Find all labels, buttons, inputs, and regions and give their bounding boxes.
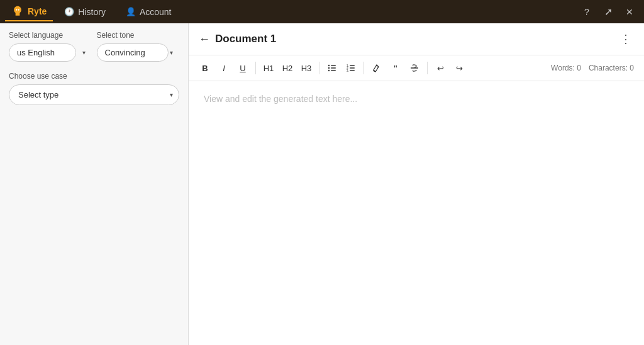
- use-case-select[interactable]: Select type Blog Post Email Ad Copy Soci…: [9, 84, 179, 105]
- words-display: Words: 0: [551, 64, 581, 72]
- numbered-list-button[interactable]: 1. 2. 3.: [342, 59, 360, 77]
- highlight-button[interactable]: [368, 59, 386, 77]
- toolbar-separator-2: [319, 62, 319, 74]
- editor-placeholder: View and edit the generated text here...: [204, 94, 629, 104]
- topbar: Ryte 🕐 History 👤 Account ? ➚ ✕: [0, 0, 644, 23]
- svg-rect-7: [331, 70, 336, 71]
- help-button[interactable]: ?: [577, 3, 596, 21]
- main-layout: Select language us English UK English Fr…: [0, 23, 644, 345]
- language-select-wrapper: us English UK English French German Span…: [9, 43, 92, 62]
- quote-button[interactable]: ": [387, 59, 404, 77]
- svg-rect-3: [331, 65, 336, 66]
- toolbar-separator-4: [427, 62, 428, 74]
- svg-point-6: [328, 70, 330, 71]
- more-options-button[interactable]: ⋮: [618, 30, 634, 48]
- chars-value: 0: [630, 64, 634, 72]
- more-icon: ⋮: [620, 32, 631, 46]
- language-label: Select language: [9, 31, 92, 40]
- account-label: Account: [140, 7, 172, 17]
- underline-button[interactable]: U: [234, 59, 252, 77]
- external-link-button[interactable]: ➚: [599, 3, 618, 21]
- quote-icon: ": [394, 64, 397, 73]
- doc-editor[interactable]: View and edit the generated text here...: [189, 81, 644, 345]
- h1-button[interactable]: H1: [260, 59, 277, 77]
- bullet-list-icon: [328, 64, 336, 72]
- brand-icon: [11, 5, 24, 18]
- tone-label: Select tone: [97, 31, 180, 40]
- svg-rect-9: [350, 65, 355, 66]
- doc-header: ← Document 1 ⋮: [189, 23, 644, 55]
- undo-button[interactable]: ↩: [431, 59, 449, 77]
- svg-point-2: [328, 65, 330, 66]
- bullet-list-button[interactable]: [323, 59, 341, 77]
- doc-title: Document 1: [215, 33, 613, 45]
- history-label: History: [78, 7, 106, 17]
- back-arrow-icon: ←: [199, 33, 210, 46]
- svg-rect-5: [331, 67, 336, 69]
- brand-label: Ryte: [28, 6, 47, 16]
- tone-select-wrapper: Convincing Formal Casual Professional Fr…: [97, 43, 180, 62]
- language-field: Select language us English UK English Fr…: [9, 31, 92, 62]
- svg-text:3.: 3.: [347, 69, 349, 72]
- language-select[interactable]: us English UK English French German Span…: [9, 43, 76, 62]
- nav-history[interactable]: 🕐 History: [55, 0, 114, 23]
- h3-button[interactable]: H3: [297, 59, 315, 77]
- help-icon: ?: [584, 7, 589, 17]
- svg-point-4: [328, 67, 330, 69]
- document-area: ← Document 1 ⋮ B I U H1 H2 H3: [189, 23, 644, 345]
- brand-logo[interactable]: Ryte: [5, 3, 53, 21]
- svg-point-0: [16, 9, 17, 11]
- word-count-area: Words: 0 Characters: 0: [551, 64, 636, 72]
- words-label: Words:: [551, 64, 575, 72]
- history-icon: 🕐: [64, 7, 74, 16]
- use-case-label: Choose use case: [9, 72, 179, 81]
- toolbar-separator-3: [364, 62, 364, 74]
- words-value: 0: [577, 64, 581, 72]
- use-case-select-wrapper: Select type Blog Post Email Ad Copy Soci…: [9, 84, 179, 105]
- use-case-field: Choose use case Select type Blog Post Em…: [9, 72, 179, 105]
- toolbar: B I U H1 H2 H3 1.: [189, 55, 644, 81]
- language-chevron-icon: ▾: [82, 49, 86, 56]
- redo-button[interactable]: ↪: [450, 59, 468, 77]
- svg-point-1: [18, 9, 19, 11]
- highlight-icon: [372, 64, 381, 72]
- tone-field: Select tone Convincing Formal Casual Pro…: [97, 31, 180, 62]
- h2-button[interactable]: H2: [279, 59, 296, 77]
- strikethrough-icon: [410, 64, 419, 72]
- svg-rect-13: [350, 70, 355, 71]
- close-icon: ✕: [626, 7, 633, 17]
- language-tone-row: Select language us English UK English Fr…: [9, 31, 179, 62]
- chars-label: Characters:: [589, 64, 628, 72]
- toolbar-separator-1: [255, 62, 256, 74]
- sidebar: Select language us English UK English Fr…: [0, 23, 189, 345]
- tone-select[interactable]: Convincing Formal Casual Professional Fr…: [97, 43, 169, 62]
- close-button[interactable]: ✕: [620, 3, 639, 21]
- sidebar-content: Select language us English UK English Fr…: [0, 23, 188, 113]
- tone-chevron-icon: ▾: [170, 49, 173, 56]
- external-link-icon: ➚: [604, 6, 613, 18]
- chars-display: Characters: 0: [589, 64, 634, 72]
- italic-button[interactable]: I: [215, 59, 233, 77]
- bold-button[interactable]: B: [196, 59, 214, 77]
- back-button[interactable]: ←: [199, 33, 210, 46]
- nav-account[interactable]: 👤 Account: [117, 0, 180, 23]
- numbered-list-icon: 1. 2. 3.: [347, 64, 355, 72]
- strikethrough-button[interactable]: [406, 59, 423, 77]
- svg-rect-11: [350, 67, 355, 69]
- account-icon: 👤: [126, 7, 136, 16]
